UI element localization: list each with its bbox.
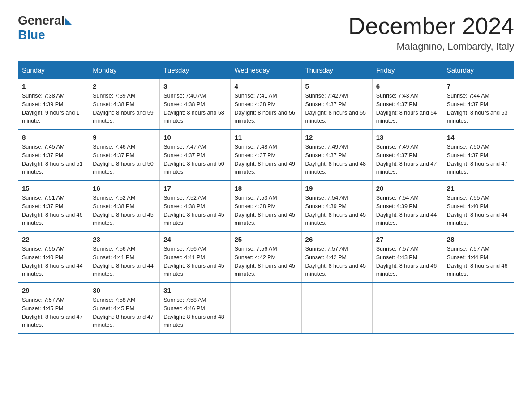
calendar-week-3: 15 Sunrise: 7:51 AMSunset: 4:37 PMDaylig… bbox=[18, 180, 514, 231]
calendar-body: 1 Sunrise: 7:38 AMSunset: 4:39 PMDayligh… bbox=[18, 79, 514, 334]
table-row: 2 Sunrise: 7:39 AMSunset: 4:38 PMDayligh… bbox=[89, 79, 160, 130]
day-number: 20 bbox=[376, 184, 439, 192]
day-number: 9 bbox=[93, 133, 156, 141]
table-row: 14 Sunrise: 7:50 AMSunset: 4:37 PMDaylig… bbox=[443, 129, 514, 180]
table-row: 11 Sunrise: 7:48 AMSunset: 4:37 PMDaylig… bbox=[231, 129, 301, 180]
day-number: 30 bbox=[93, 287, 156, 294]
day-info: Sunrise: 7:41 AMSunset: 4:38 PMDaylight:… bbox=[234, 92, 297, 125]
col-monday: Monday bbox=[89, 62, 160, 79]
table-row: 3 Sunrise: 7:40 AMSunset: 4:38 PMDayligh… bbox=[160, 79, 231, 130]
day-info: Sunrise: 7:53 AMSunset: 4:38 PMDaylight:… bbox=[234, 194, 297, 227]
table-row: 5 Sunrise: 7:42 AMSunset: 4:37 PMDayligh… bbox=[301, 79, 372, 130]
table-row: 24 Sunrise: 7:56 AMSunset: 4:41 PMDaylig… bbox=[160, 231, 231, 283]
table-row: 7 Sunrise: 7:44 AMSunset: 4:37 PMDayligh… bbox=[443, 79, 514, 130]
day-number: 2 bbox=[93, 82, 156, 90]
day-info: Sunrise: 7:54 AMSunset: 4:39 PMDaylight:… bbox=[305, 194, 369, 227]
day-number: 31 bbox=[163, 287, 227, 294]
col-friday: Friday bbox=[372, 62, 443, 79]
day-number: 1 bbox=[22, 82, 85, 90]
table-row: 17 Sunrise: 7:52 AMSunset: 4:38 PMDaylig… bbox=[160, 180, 231, 231]
table-row: 13 Sunrise: 7:49 AMSunset: 4:37 PMDaylig… bbox=[372, 129, 443, 180]
day-info: Sunrise: 7:58 AMSunset: 4:46 PMDaylight:… bbox=[163, 296, 227, 330]
day-number: 27 bbox=[376, 235, 439, 243]
day-number: 12 bbox=[305, 133, 369, 141]
day-info: Sunrise: 7:47 AMSunset: 4:37 PMDaylight:… bbox=[163, 143, 227, 176]
day-number: 14 bbox=[447, 133, 510, 141]
table-row: 20 Sunrise: 7:54 AMSunset: 4:39 PMDaylig… bbox=[372, 180, 443, 231]
day-info: Sunrise: 7:42 AMSunset: 4:37 PMDaylight:… bbox=[305, 92, 369, 125]
day-number: 22 bbox=[22, 235, 85, 243]
calendar-week-2: 8 Sunrise: 7:45 AMSunset: 4:37 PMDayligh… bbox=[18, 129, 514, 180]
day-number: 15 bbox=[22, 184, 85, 192]
day-info: Sunrise: 7:54 AMSunset: 4:39 PMDaylight:… bbox=[376, 194, 439, 227]
col-saturday: Saturday bbox=[443, 62, 514, 79]
day-number: 4 bbox=[234, 82, 297, 90]
day-info: Sunrise: 7:57 AMSunset: 4:44 PMDaylight:… bbox=[447, 245, 510, 278]
calendar-table: Sunday Monday Tuesday Wednesday Thursday… bbox=[18, 61, 514, 334]
col-tuesday: Tuesday bbox=[160, 62, 231, 79]
day-number: 8 bbox=[22, 133, 85, 141]
table-row: 31 Sunrise: 7:58 AMSunset: 4:46 PMDaylig… bbox=[160, 283, 231, 334]
col-thursday: Thursday bbox=[301, 62, 372, 79]
day-number: 16 bbox=[93, 184, 156, 192]
day-info: Sunrise: 7:55 AMSunset: 4:40 PMDaylight:… bbox=[447, 194, 510, 227]
day-info: Sunrise: 7:49 AMSunset: 4:37 PMDaylight:… bbox=[305, 143, 369, 176]
day-number: 24 bbox=[163, 235, 227, 243]
location: Malagnino, Lombardy, Italy bbox=[348, 41, 514, 52]
table-row bbox=[372, 283, 443, 334]
table-row: 19 Sunrise: 7:54 AMSunset: 4:39 PMDaylig… bbox=[301, 180, 372, 231]
table-row: 16 Sunrise: 7:52 AMSunset: 4:38 PMDaylig… bbox=[89, 180, 160, 231]
day-info: Sunrise: 7:57 AMSunset: 4:45 PMDaylight:… bbox=[22, 296, 85, 330]
day-info: Sunrise: 7:51 AMSunset: 4:37 PMDaylight:… bbox=[22, 194, 85, 227]
day-info: Sunrise: 7:49 AMSunset: 4:37 PMDaylight:… bbox=[376, 143, 439, 176]
day-info: Sunrise: 7:48 AMSunset: 4:37 PMDaylight:… bbox=[234, 143, 297, 176]
table-row bbox=[301, 283, 372, 334]
table-row: 22 Sunrise: 7:55 AMSunset: 4:40 PMDaylig… bbox=[18, 231, 89, 283]
day-info: Sunrise: 7:45 AMSunset: 4:37 PMDaylight:… bbox=[22, 143, 85, 176]
table-row: 15 Sunrise: 7:51 AMSunset: 4:37 PMDaylig… bbox=[18, 180, 89, 231]
logo: General Blue bbox=[18, 13, 72, 42]
day-info: Sunrise: 7:52 AMSunset: 4:38 PMDaylight:… bbox=[163, 194, 227, 227]
day-number: 3 bbox=[163, 82, 227, 90]
table-row: 26 Sunrise: 7:57 AMSunset: 4:42 PMDaylig… bbox=[301, 231, 372, 283]
page-header: General Blue December 2024 Malagnino, Lo… bbox=[18, 13, 514, 52]
day-number: 26 bbox=[305, 235, 369, 243]
calendar-header: Sunday Monday Tuesday Wednesday Thursday… bbox=[18, 62, 514, 79]
day-info: Sunrise: 7:56 AMSunset: 4:41 PMDaylight:… bbox=[163, 245, 227, 278]
day-info: Sunrise: 7:58 AMSunset: 4:45 PMDaylight:… bbox=[93, 296, 156, 330]
table-row: 1 Sunrise: 7:38 AMSunset: 4:39 PMDayligh… bbox=[18, 79, 89, 130]
day-number: 19 bbox=[305, 184, 369, 192]
table-row bbox=[443, 283, 514, 334]
day-info: Sunrise: 7:57 AMSunset: 4:43 PMDaylight:… bbox=[376, 245, 439, 278]
calendar-week-5: 29 Sunrise: 7:57 AMSunset: 4:45 PMDaylig… bbox=[18, 283, 514, 334]
day-info: Sunrise: 7:46 AMSunset: 4:37 PMDaylight:… bbox=[93, 143, 156, 176]
day-number: 25 bbox=[234, 235, 297, 243]
col-sunday: Sunday bbox=[18, 62, 89, 79]
day-info: Sunrise: 7:57 AMSunset: 4:42 PMDaylight:… bbox=[305, 245, 369, 278]
day-number: 23 bbox=[93, 235, 156, 243]
day-info: Sunrise: 7:39 AMSunset: 4:38 PMDaylight:… bbox=[93, 92, 156, 125]
title-area: December 2024 Malagnino, Lombardy, Italy bbox=[348, 13, 514, 52]
day-info: Sunrise: 7:55 AMSunset: 4:40 PMDaylight:… bbox=[22, 245, 85, 278]
table-row: 9 Sunrise: 7:46 AMSunset: 4:37 PMDayligh… bbox=[89, 129, 160, 180]
day-number: 10 bbox=[163, 133, 227, 141]
calendar-week-1: 1 Sunrise: 7:38 AMSunset: 4:39 PMDayligh… bbox=[18, 79, 514, 130]
day-info: Sunrise: 7:56 AMSunset: 4:42 PMDaylight:… bbox=[234, 245, 297, 278]
day-number: 17 bbox=[163, 184, 227, 192]
table-row: 30 Sunrise: 7:58 AMSunset: 4:45 PMDaylig… bbox=[89, 283, 160, 334]
day-info: Sunrise: 7:50 AMSunset: 4:37 PMDaylight:… bbox=[447, 143, 510, 176]
day-info: Sunrise: 7:40 AMSunset: 4:38 PMDaylight:… bbox=[163, 92, 227, 125]
logo-general-text: General bbox=[18, 13, 64, 28]
day-number: 29 bbox=[22, 287, 85, 294]
table-row bbox=[231, 283, 301, 334]
table-row: 29 Sunrise: 7:57 AMSunset: 4:45 PMDaylig… bbox=[18, 283, 89, 334]
day-number: 28 bbox=[447, 235, 510, 243]
day-number: 21 bbox=[447, 184, 510, 192]
day-number: 13 bbox=[376, 133, 439, 141]
calendar-week-4: 22 Sunrise: 7:55 AMSunset: 4:40 PMDaylig… bbox=[18, 231, 514, 283]
table-row: 18 Sunrise: 7:53 AMSunset: 4:38 PMDaylig… bbox=[231, 180, 301, 231]
table-row: 25 Sunrise: 7:56 AMSunset: 4:42 PMDaylig… bbox=[231, 231, 301, 283]
day-info: Sunrise: 7:56 AMSunset: 4:41 PMDaylight:… bbox=[93, 245, 156, 278]
table-row: 8 Sunrise: 7:45 AMSunset: 4:37 PMDayligh… bbox=[18, 129, 89, 180]
table-row: 4 Sunrise: 7:41 AMSunset: 4:38 PMDayligh… bbox=[231, 79, 301, 130]
